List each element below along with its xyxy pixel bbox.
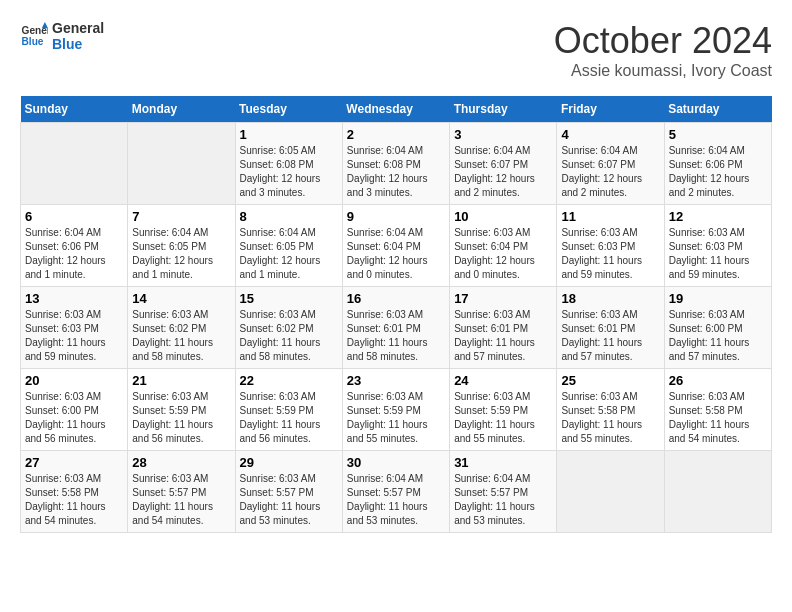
day-info: Sunrise: 6:03 AM Sunset: 6:02 PM Dayligh…: [240, 308, 338, 364]
calendar-cell: 22Sunrise: 6:03 AM Sunset: 5:59 PM Dayli…: [235, 369, 342, 451]
weekday-header-sunday: Sunday: [21, 96, 128, 123]
day-number: 17: [454, 291, 552, 306]
day-info: Sunrise: 6:03 AM Sunset: 5:58 PM Dayligh…: [561, 390, 659, 446]
calendar-cell: 27Sunrise: 6:03 AM Sunset: 5:58 PM Dayli…: [21, 451, 128, 533]
calendar-cell: 7Sunrise: 6:04 AM Sunset: 6:05 PM Daylig…: [128, 205, 235, 287]
calendar-cell: 21Sunrise: 6:03 AM Sunset: 5:59 PM Dayli…: [128, 369, 235, 451]
day-number: 1: [240, 127, 338, 142]
calendar-cell: 2Sunrise: 6:04 AM Sunset: 6:08 PM Daylig…: [342, 123, 449, 205]
calendar-cell: 11Sunrise: 6:03 AM Sunset: 6:03 PM Dayli…: [557, 205, 664, 287]
day-number: 25: [561, 373, 659, 388]
calendar-cell: 16Sunrise: 6:03 AM Sunset: 6:01 PM Dayli…: [342, 287, 449, 369]
day-info: Sunrise: 6:03 AM Sunset: 5:58 PM Dayligh…: [25, 472, 123, 528]
calendar-cell: [128, 123, 235, 205]
day-number: 31: [454, 455, 552, 470]
day-info: Sunrise: 6:04 AM Sunset: 6:04 PM Dayligh…: [347, 226, 445, 282]
week-row-4: 20Sunrise: 6:03 AM Sunset: 6:00 PM Dayli…: [21, 369, 772, 451]
calendar-cell: 9Sunrise: 6:04 AM Sunset: 6:04 PM Daylig…: [342, 205, 449, 287]
calendar-cell: 20Sunrise: 6:03 AM Sunset: 6:00 PM Dayli…: [21, 369, 128, 451]
calendar-cell: 12Sunrise: 6:03 AM Sunset: 6:03 PM Dayli…: [664, 205, 771, 287]
calendar-cell: 17Sunrise: 6:03 AM Sunset: 6:01 PM Dayli…: [450, 287, 557, 369]
week-row-3: 13Sunrise: 6:03 AM Sunset: 6:03 PM Dayli…: [21, 287, 772, 369]
weekday-header-monday: Monday: [128, 96, 235, 123]
day-number: 19: [669, 291, 767, 306]
day-number: 28: [132, 455, 230, 470]
calendar-cell: 8Sunrise: 6:04 AM Sunset: 6:05 PM Daylig…: [235, 205, 342, 287]
weekday-header-wednesday: Wednesday: [342, 96, 449, 123]
day-info: Sunrise: 6:03 AM Sunset: 6:00 PM Dayligh…: [669, 308, 767, 364]
calendar-cell: 23Sunrise: 6:03 AM Sunset: 5:59 PM Dayli…: [342, 369, 449, 451]
calendar-cell: 14Sunrise: 6:03 AM Sunset: 6:02 PM Dayli…: [128, 287, 235, 369]
day-number: 13: [25, 291, 123, 306]
calendar-cell: 29Sunrise: 6:03 AM Sunset: 5:57 PM Dayli…: [235, 451, 342, 533]
location-title: Assie koumassi, Ivory Coast: [554, 62, 772, 80]
calendar-cell: 4Sunrise: 6:04 AM Sunset: 6:07 PM Daylig…: [557, 123, 664, 205]
day-number: 26: [669, 373, 767, 388]
day-number: 4: [561, 127, 659, 142]
calendar-cell: 13Sunrise: 6:03 AM Sunset: 6:03 PM Dayli…: [21, 287, 128, 369]
calendar-cell: [557, 451, 664, 533]
day-number: 29: [240, 455, 338, 470]
day-info: Sunrise: 6:05 AM Sunset: 6:08 PM Dayligh…: [240, 144, 338, 200]
day-info: Sunrise: 6:03 AM Sunset: 6:03 PM Dayligh…: [561, 226, 659, 282]
calendar-cell: [664, 451, 771, 533]
weekday-header-saturday: Saturday: [664, 96, 771, 123]
logo-icon: General Blue: [20, 22, 48, 50]
day-info: Sunrise: 6:03 AM Sunset: 5:59 PM Dayligh…: [240, 390, 338, 446]
day-info: Sunrise: 6:03 AM Sunset: 6:01 PM Dayligh…: [561, 308, 659, 364]
day-info: Sunrise: 6:04 AM Sunset: 6:06 PM Dayligh…: [669, 144, 767, 200]
day-number: 6: [25, 209, 123, 224]
day-number: 11: [561, 209, 659, 224]
calendar-cell: 15Sunrise: 6:03 AM Sunset: 6:02 PM Dayli…: [235, 287, 342, 369]
day-info: Sunrise: 6:04 AM Sunset: 6:06 PM Dayligh…: [25, 226, 123, 282]
day-info: Sunrise: 6:03 AM Sunset: 6:03 PM Dayligh…: [669, 226, 767, 282]
day-number: 16: [347, 291, 445, 306]
calendar-cell: 10Sunrise: 6:03 AM Sunset: 6:04 PM Dayli…: [450, 205, 557, 287]
week-row-5: 27Sunrise: 6:03 AM Sunset: 5:58 PM Dayli…: [21, 451, 772, 533]
day-info: Sunrise: 6:03 AM Sunset: 5:58 PM Dayligh…: [669, 390, 767, 446]
title-area: October 2024 Assie koumassi, Ivory Coast: [554, 20, 772, 80]
day-info: Sunrise: 6:03 AM Sunset: 6:01 PM Dayligh…: [347, 308, 445, 364]
day-number: 5: [669, 127, 767, 142]
day-info: Sunrise: 6:03 AM Sunset: 6:01 PM Dayligh…: [454, 308, 552, 364]
calendar-table: SundayMondayTuesdayWednesdayThursdayFrid…: [20, 96, 772, 533]
calendar-cell: 3Sunrise: 6:04 AM Sunset: 6:07 PM Daylig…: [450, 123, 557, 205]
calendar-cell: 24Sunrise: 6:03 AM Sunset: 5:59 PM Dayli…: [450, 369, 557, 451]
day-info: Sunrise: 6:04 AM Sunset: 6:07 PM Dayligh…: [561, 144, 659, 200]
day-number: 22: [240, 373, 338, 388]
calendar-cell: 19Sunrise: 6:03 AM Sunset: 6:00 PM Dayli…: [664, 287, 771, 369]
calendar-cell: 31Sunrise: 6:04 AM Sunset: 5:57 PM Dayli…: [450, 451, 557, 533]
day-number: 24: [454, 373, 552, 388]
week-row-1: 1Sunrise: 6:05 AM Sunset: 6:08 PM Daylig…: [21, 123, 772, 205]
day-number: 7: [132, 209, 230, 224]
day-number: 2: [347, 127, 445, 142]
day-info: Sunrise: 6:03 AM Sunset: 5:57 PM Dayligh…: [132, 472, 230, 528]
day-number: 10: [454, 209, 552, 224]
calendar-cell: 28Sunrise: 6:03 AM Sunset: 5:57 PM Dayli…: [128, 451, 235, 533]
day-number: 14: [132, 291, 230, 306]
day-info: Sunrise: 6:03 AM Sunset: 6:04 PM Dayligh…: [454, 226, 552, 282]
calendar-cell: 1Sunrise: 6:05 AM Sunset: 6:08 PM Daylig…: [235, 123, 342, 205]
calendar-cell: [21, 123, 128, 205]
day-info: Sunrise: 6:04 AM Sunset: 6:05 PM Dayligh…: [240, 226, 338, 282]
day-number: 20: [25, 373, 123, 388]
weekday-header-tuesday: Tuesday: [235, 96, 342, 123]
weekday-header-friday: Friday: [557, 96, 664, 123]
logo-blue: Blue: [52, 36, 104, 52]
day-number: 3: [454, 127, 552, 142]
weekday-header-row: SundayMondayTuesdayWednesdayThursdayFrid…: [21, 96, 772, 123]
calendar-cell: 6Sunrise: 6:04 AM Sunset: 6:06 PM Daylig…: [21, 205, 128, 287]
calendar-cell: 26Sunrise: 6:03 AM Sunset: 5:58 PM Dayli…: [664, 369, 771, 451]
calendar-cell: 30Sunrise: 6:04 AM Sunset: 5:57 PM Dayli…: [342, 451, 449, 533]
day-number: 21: [132, 373, 230, 388]
day-info: Sunrise: 6:03 AM Sunset: 5:59 PM Dayligh…: [132, 390, 230, 446]
day-info: Sunrise: 6:04 AM Sunset: 5:57 PM Dayligh…: [454, 472, 552, 528]
day-info: Sunrise: 6:04 AM Sunset: 6:05 PM Dayligh…: [132, 226, 230, 282]
day-number: 9: [347, 209, 445, 224]
day-number: 27: [25, 455, 123, 470]
logo: General Blue General Blue: [20, 20, 104, 52]
day-number: 8: [240, 209, 338, 224]
day-number: 30: [347, 455, 445, 470]
day-info: Sunrise: 6:03 AM Sunset: 5:57 PM Dayligh…: [240, 472, 338, 528]
day-info: Sunrise: 6:03 AM Sunset: 6:03 PM Dayligh…: [25, 308, 123, 364]
